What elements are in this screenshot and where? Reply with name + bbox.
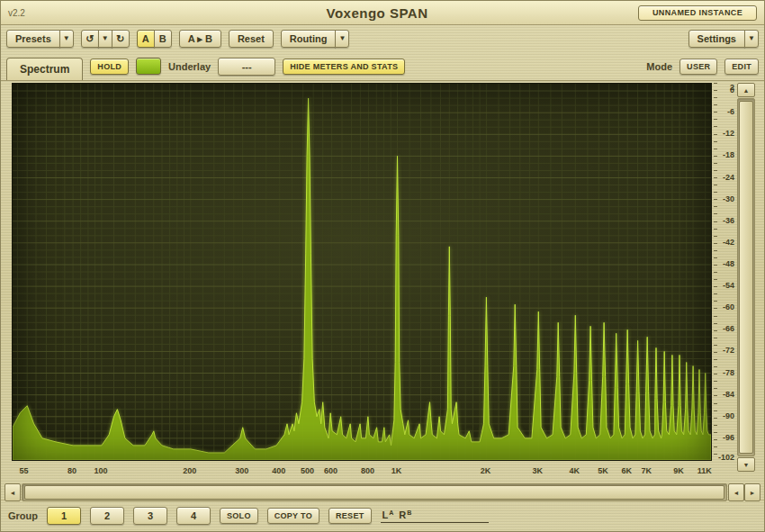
arrow-left-icon: ◄: [734, 490, 740, 496]
mode-label: Mode: [646, 61, 672, 72]
routing-dropdown-button[interactable]: ▼: [335, 30, 349, 48]
vertical-scrollbar[interactable]: ▲ ▼: [737, 83, 755, 472]
arrow-right-icon: ►: [750, 490, 756, 496]
hide-meters-button[interactable]: HIDE METERS AND STATS: [283, 59, 405, 75]
title-bar: v2.2 Voxengo SPAN UNNAMED INSTANCE: [1, 1, 764, 25]
mode-edit-button[interactable]: EDIT: [724, 59, 759, 75]
db-tick-label: -12: [723, 129, 734, 138]
display-area: 20-6-12-18-24-30-36-42-48-54-60-66-72-78…: [1, 80, 764, 500]
group-row: Group 1 2 3 4 SOLO COPY TO RESET LA RB: [1, 500, 764, 531]
arrow-down-icon: ▼: [743, 462, 750, 468]
toolbar: Presets ▼ ↺ ▼ ↻ A B A ▸ B Reset Routing …: [1, 25, 764, 52]
scroll-down-button[interactable]: ▼: [737, 457, 755, 472]
horizontal-scrollbar[interactable]: ◄ ◄ ►: [4, 483, 760, 501]
freq-tick-label: 4K: [570, 466, 580, 475]
solo-button[interactable]: SOLO: [220, 508, 258, 524]
scroll-up-button[interactable]: ▲: [737, 83, 755, 97]
routing-button[interactable]: Routing: [281, 30, 337, 48]
db-tick-label: -84: [723, 390, 734, 399]
settings-dropdown-button[interactable]: ▼: [744, 30, 759, 48]
db-tick-label: -96: [723, 433, 734, 442]
group-reset-button[interactable]: RESET: [328, 508, 372, 524]
db-tick-label: -24: [723, 173, 734, 182]
a-to-b-copy-button[interactable]: A ▸ B: [179, 30, 221, 48]
freq-tick-label: 2K: [481, 466, 491, 475]
undo-icon: ↺: [86, 33, 94, 45]
app-title: Voxengo SPAN: [116, 5, 638, 21]
presets-button[interactable]: Presets: [6, 30, 60, 48]
plugin-window: v2.2 Voxengo SPAN UNNAMED INSTANCE Prese…: [0, 0, 765, 532]
chevron-down-icon: ▼: [748, 35, 755, 42]
channel-label: L: [382, 509, 389, 520]
db-tick-label: -6: [727, 107, 734, 116]
vertical-scroll-track[interactable]: [737, 98, 755, 456]
underlay-label: Underlay: [168, 61, 211, 72]
instance-name-button[interactable]: UNNAMED INSTANCE: [638, 5, 757, 21]
undo-button[interactable]: ↺: [81, 30, 99, 48]
arrow-up-icon: ▲: [743, 87, 750, 94]
freq-tick-label: 100: [94, 466, 107, 475]
freq-tick-label: 500: [301, 466, 314, 475]
group-button-2[interactable]: 2: [90, 507, 124, 525]
scroll-left-end-button[interactable]: ◄: [728, 483, 744, 501]
db-tick-label: -60: [723, 302, 734, 311]
group-button-1[interactable]: 1: [47, 507, 81, 525]
underlay-select[interactable]: ---: [218, 58, 275, 76]
freq-tick-label: 6K: [621, 466, 632, 475]
ab-a-button[interactable]: A: [137, 30, 155, 48]
arrow-left-icon: ◄: [10, 490, 16, 496]
spectrum-color-swatch[interactable]: [136, 58, 161, 75]
group-button-3[interactable]: 3: [133, 507, 167, 525]
freq-tick-label: 1K: [392, 466, 402, 475]
group-label: Group: [8, 510, 38, 521]
freq-tick-label: 800: [361, 466, 374, 475]
freq-tick-label: 55: [20, 466, 29, 475]
db-tick-label: -90: [723, 411, 734, 420]
hold-button[interactable]: HOLD: [90, 59, 129, 75]
db-tick-label: -18: [723, 150, 734, 159]
horizontal-scroll-track[interactable]: [22, 483, 727, 501]
mode-user-button[interactable]: USER: [680, 59, 717, 75]
db-tick-marks: [714, 83, 717, 461]
group-button-4[interactable]: 4: [176, 507, 211, 525]
reset-button[interactable]: Reset: [229, 30, 274, 48]
chevron-down-icon: ▼: [63, 35, 70, 42]
copy-to-button[interactable]: COPY TO: [267, 508, 320, 524]
db-tick-label: -78: [723, 368, 734, 377]
spectrum-display[interactable]: [12, 83, 712, 461]
version-label: v2.2: [8, 8, 116, 18]
db-tick-label: -72: [723, 346, 734, 355]
scroll-right-button[interactable]: ►: [744, 483, 760, 501]
freq-tick-label: 3K: [533, 466, 544, 475]
tab-spectrum[interactable]: Spectrum: [6, 58, 83, 80]
redo-icon: ↻: [116, 33, 124, 45]
db-tick-label: -36: [723, 216, 734, 225]
freq-tick-label: 600: [324, 466, 338, 475]
db-tick-label: -102: [718, 453, 734, 462]
spectrum-plot[interactable]: [13, 84, 711, 460]
horizontal-scroll-thumb[interactable]: [24, 485, 724, 500]
scroll-left-button[interactable]: ◄: [4, 483, 21, 501]
freq-tick-label: 9K: [673, 466, 684, 475]
freq-tick-label: 5K: [598, 466, 608, 475]
db-scale: 20-6-12-18-24-30-36-42-48-54-60-66-72-78…: [714, 83, 736, 464]
chevron-down-icon: ▼: [102, 35, 109, 42]
db-tick-label: -30: [723, 194, 734, 203]
freq-tick-label: 80: [68, 466, 76, 475]
channel-sub-label: B: [407, 509, 411, 516]
channel-label: R: [399, 509, 406, 520]
db-tick-label: 0: [730, 86, 734, 95]
ab-b-button[interactable]: B: [154, 30, 172, 48]
group-name-field[interactable]: LA RB: [381, 509, 489, 523]
channel-sub-label: A: [389, 509, 393, 516]
db-tick-label: -42: [723, 238, 734, 247]
freq-tick-label: 300: [235, 466, 248, 475]
db-tick-label: -54: [723, 281, 734, 290]
history-dropdown-button[interactable]: ▼: [98, 30, 112, 48]
frequency-scale: 55801002003004005006008001K2K3K4K5K6K7K9…: [12, 463, 712, 481]
settings-button[interactable]: Settings: [688, 30, 745, 48]
presets-dropdown-button[interactable]: ▼: [59, 30, 74, 48]
vertical-scroll-thumb[interactable]: [739, 101, 753, 454]
redo-button[interactable]: ↻: [112, 30, 130, 48]
db-tick-label: -66: [723, 324, 734, 333]
